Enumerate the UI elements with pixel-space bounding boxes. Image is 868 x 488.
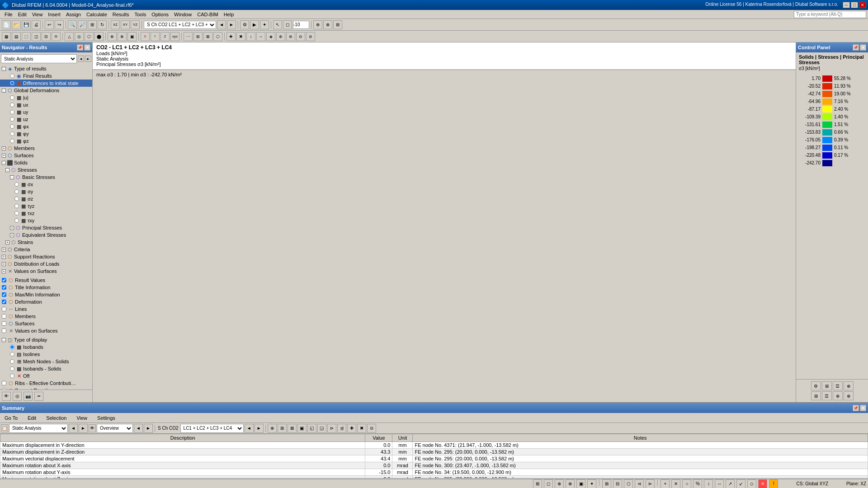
nav-values-surfaces-check[interactable]: ✕ Values on Surfaces [0, 327, 92, 334]
expand-principal[interactable]: + [10, 226, 14, 230]
status-error[interactable]: ✕ [758, 479, 767, 488]
summary-edit[interactable]: Edit [25, 414, 39, 422]
nav-basic-stresses[interactable]: - ⬡ Basic Stresses [0, 174, 92, 181]
rotate-button[interactable]: ↻ [98, 20, 107, 29]
table-row[interactable]: Maximum rotation about X-axis0.0mradFE n… [0, 462, 868, 469]
nav-stresses[interactable]: - ⬡ Stresses [0, 166, 92, 174]
nav-members-check[interactable]: ⬡ Members [0, 313, 92, 320]
summary-settings[interactable]: Settings [94, 414, 118, 422]
status-tool17[interactable]: ↔ [715, 479, 724, 488]
load-next-button[interactable]: ► [227, 20, 236, 29]
status-tool20[interactable]: ◇ [747, 479, 756, 488]
expand-type-results[interactable]: - [2, 67, 6, 71]
tb2-view3[interactable]: ⬡ [85, 32, 94, 41]
status-tool11[interactable]: ⊳ [646, 479, 655, 488]
zoom-in-button[interactable]: 🔍 [68, 20, 77, 29]
panel-pin-button[interactable]: 📌 [853, 44, 859, 51]
view-xz-button[interactable]: XZ [111, 20, 120, 29]
table-row[interactable]: Maximum displacement in Y-direction0.0mm… [0, 442, 868, 449]
view-xy-button[interactable]: XY [121, 20, 130, 29]
nav-final-results[interactable]: ◉ Final Results [0, 72, 92, 80]
nav-pin-button[interactable]: 📌 [77, 44, 83, 51]
tb2-axis-y[interactable]: Y [151, 32, 160, 41]
summary-prev-button[interactable]: ◄ [69, 424, 78, 433]
scale-input[interactable] [293, 21, 309, 29]
legend-more-button[interactable]: ⊕ [844, 381, 854, 390]
nav-principal-stresses[interactable]: + ⬡ Principal Stresses [0, 224, 92, 231]
status-tool16[interactable]: ↕ [704, 479, 713, 488]
nav-deformation[interactable]: ⬡ Deformation [0, 298, 92, 305]
status-tool8[interactable]: ⊟ [613, 479, 622, 488]
tb2-extra2[interactable]: ✖ [236, 32, 245, 41]
nav-maxmin-information[interactable]: ⬡ Max/Min Information [0, 291, 92, 298]
undo-button[interactable]: ↩ [45, 20, 54, 29]
status-tool5[interactable]: ▣ [576, 479, 585, 488]
analysis-type-select[interactable]: Static Analysis [1, 54, 77, 63]
anim-button[interactable]: ▶ [250, 20, 259, 29]
tb2-axis-xyz[interactable]: xyz [170, 32, 179, 41]
tb2-axis-z[interactable]: Z [160, 32, 170, 41]
expand-basic-stress[interactable]: - [10, 175, 14, 179]
status-tool3[interactable]: ⊕ [555, 479, 564, 488]
extra-btn3[interactable]: ⊞ [333, 20, 342, 29]
nav-title-information[interactable]: ⬡ Title Information [0, 284, 92, 291]
menu-view[interactable]: View [29, 11, 46, 18]
table-row[interactable]: Maximum vectorial displacement43.4mmFE n… [0, 455, 868, 462]
nav-mesh-nodes-solids[interactable]: ⊞ Mesh Nodes - Solids [0, 358, 92, 365]
status-tool14[interactable]: ○ [682, 479, 691, 488]
nav-uz[interactable]: ▦ uz [0, 116, 92, 123]
nav-sigmay[interactable]: ▦ σy [0, 188, 92, 195]
nav-uy[interactable]: ▦ uy [0, 108, 92, 116]
nav-u-total[interactable]: ▦ |u| [0, 94, 92, 101]
summary-tool10[interactable]: ✖ [357, 424, 366, 433]
nav-tauyz[interactable]: ▦ τyz [0, 202, 92, 210]
tb2-axis-x[interactable]: X [141, 32, 150, 41]
expand-global-def[interactable]: - [2, 89, 6, 93]
open-button[interactable]: 📂 [12, 20, 21, 29]
snap-button[interactable]: ✦ [260, 20, 269, 29]
tb2-more2[interactable]: ⊞ [193, 32, 203, 41]
nav-ux[interactable]: ▦ ux [0, 101, 92, 108]
expand-display[interactable]: - [2, 338, 6, 342]
extra-btn1[interactable]: ⊕ [313, 20, 322, 29]
nav-isobands[interactable]: ▦ Isobands [0, 343, 92, 351]
status-warn[interactable]: ! [769, 479, 778, 488]
tb2-more4[interactable]: ⬡ [213, 32, 222, 41]
tb2-extra4[interactable]: ↔ [256, 32, 265, 41]
tb2-extra7[interactable]: ⊜ [286, 32, 295, 41]
menu-options[interactable]: Options [149, 11, 171, 18]
nav-prev[interactable]: ◄ [78, 56, 84, 62]
close-button[interactable]: ✕ [859, 2, 866, 8]
nav-btn-pin[interactable]: ━ [34, 392, 43, 401]
expand-equiv[interactable]: + [10, 233, 14, 237]
menu-insert[interactable]: Insert [45, 11, 63, 18]
status-tool19[interactable]: ↙ [736, 479, 745, 488]
nav-phix[interactable]: ▦ φx [0, 123, 92, 130]
nav-type-of-results[interactable]: - ◈ Type of results [0, 65, 92, 72]
tb2-view4[interactable]: ⬤ [94, 32, 104, 41]
tb2-more3[interactable]: ⊠ [203, 32, 212, 41]
status-tool12[interactable]: + [660, 479, 670, 488]
load-combo-select[interactable]: S Ch CO2 LC1 + LC2 + LC3 + LC4 [144, 21, 216, 29]
tb2-extra3[interactable]: ↕ [246, 32, 255, 41]
nav-btn-display[interactable]: 👁 [2, 392, 11, 401]
summary-tool9[interactable]: ✚ [347, 424, 356, 433]
expand-val-surf[interactable]: + [2, 269, 6, 273]
nav-support-reactions-main[interactable]: + ⬡ Support Reactions [0, 253, 92, 260]
table-row[interactable]: Maximum displacement in Z-direction43.3m… [0, 449, 868, 455]
legend-copy-button[interactable]: ⊞ [822, 381, 832, 390]
view-yz-button[interactable]: YZ [131, 20, 140, 29]
expand-surfaces[interactable]: + [2, 154, 6, 158]
tb2-extra6[interactable]: ⊛ [276, 32, 285, 41]
summary-next-button[interactable]: ► [79, 424, 88, 433]
tb2-btn6[interactable]: ⧈ [52, 32, 61, 41]
status-tool1[interactable]: ⊞ [533, 479, 542, 488]
search-input[interactable] [794, 11, 866, 18]
tb2-view1[interactable]: △ [65, 32, 74, 41]
status-tool7[interactable]: ⊞ [602, 479, 611, 488]
nav-solids[interactable]: - ⬛ Solids [0, 159, 92, 166]
nav-criteria[interactable]: + ⬡ Criteria [0, 246, 92, 253]
legend-btn2c[interactable]: ⊗ [833, 391, 843, 400]
nav-result-values[interactable]: ⬡ Result Values [0, 277, 92, 284]
summary-close-button[interactable]: ✕ [860, 405, 866, 411]
